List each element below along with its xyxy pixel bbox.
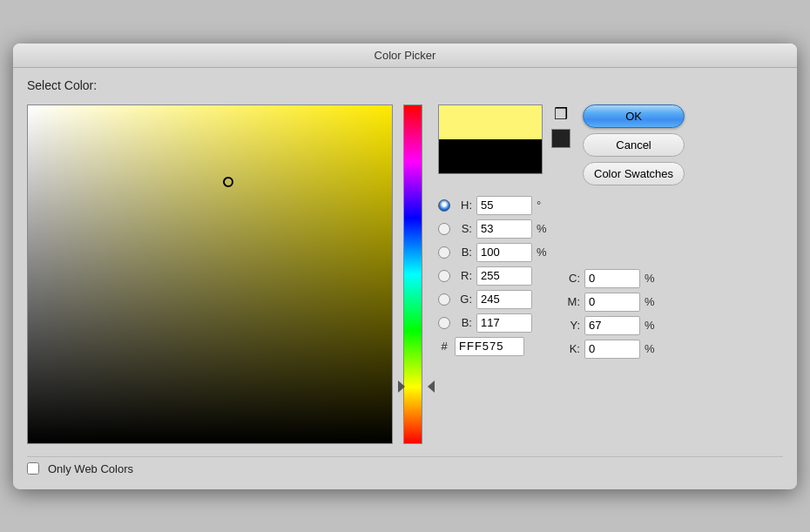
cancel-button[interactable]: Cancel: [583, 133, 685, 157]
c-field-row: C: %: [563, 269, 658, 288]
color-preview-old: [439, 139, 542, 173]
b-input[interactable]: [476, 243, 532, 262]
g-field-row: G:: [438, 290, 550, 309]
k-input[interactable]: [584, 340, 640, 359]
color-preview-row: ❒ OK Cancel Color Swatches: [438, 104, 783, 185]
color-field-bg: [28, 105, 392, 443]
s-radio[interactable]: [438, 223, 450, 235]
h-label: H:: [455, 199, 472, 212]
s-label: S:: [455, 222, 472, 235]
r-input[interactable]: [476, 266, 532, 286]
color-preview-stack: [438, 104, 543, 174]
y-field-row: Y: %: [563, 316, 658, 335]
b-radio[interactable]: [438, 246, 450, 259]
r-field-row: R:: [438, 266, 550, 286]
fields-right: C: % M: % Y:: [563, 269, 658, 359]
b2-radio[interactable]: [438, 317, 450, 329]
bottom-row: Only Web Colors: [27, 456, 783, 475]
b2-field-row: B:: [438, 313, 550, 333]
fields-section: H: ° S: %: [438, 196, 783, 359]
right-panel: ❒ OK Cancel Color Swatches: [438, 104, 783, 359]
b-unit: %: [537, 246, 550, 259]
dialog-body: Select Color:: [13, 68, 797, 489]
h-field-row: H: °: [438, 196, 550, 215]
m-unit: %: [645, 295, 658, 308]
y-input[interactable]: [584, 316, 640, 335]
b-field-row: B: %: [438, 243, 550, 262]
color-gradient-field[interactable]: [27, 104, 393, 444]
y-unit: %: [645, 319, 658, 332]
web-colors-label: Only Web Colors: [48, 462, 133, 475]
web-safe-cube-icon[interactable]: ❒: [551, 104, 570, 124]
k-field-row: K: %: [563, 340, 658, 359]
b2-label: B:: [455, 316, 472, 329]
color-field-wrap[interactable]: [27, 104, 393, 444]
b-label: B:: [455, 246, 472, 259]
hash-label: #: [438, 340, 450, 353]
ok-button[interactable]: OK: [583, 104, 685, 128]
select-color-label: Select Color:: [27, 78, 783, 92]
preview-side-icons: ❒: [551, 104, 570, 148]
r-radio[interactable]: [438, 270, 450, 282]
s-field-row: S: %: [438, 219, 550, 239]
main-row: ❒ OK Cancel Color Swatches: [27, 104, 783, 444]
hex-input[interactable]: [455, 337, 524, 356]
color-picker-dialog: Color Picker Select Color:: [13, 44, 797, 489]
h-input[interactable]: [476, 196, 532, 215]
k-unit: %: [645, 342, 658, 355]
s-input[interactable]: [476, 219, 532, 239]
k-label: K:: [563, 342, 580, 355]
g-label: G:: [455, 293, 472, 306]
color-swatch-small-icon[interactable]: [551, 129, 570, 148]
web-colors-checkbox[interactable]: [27, 462, 39, 475]
hue-slider[interactable]: [403, 104, 422, 444]
s-unit: %: [537, 222, 550, 235]
hex-field-row: #: [438, 337, 550, 356]
title-text: Color Picker: [375, 49, 436, 62]
dialog-title: Color Picker: [13, 44, 797, 68]
g-radio[interactable]: [438, 293, 450, 306]
m-label: M:: [563, 295, 580, 308]
m-field-row: M: %: [563, 293, 658, 312]
hue-arrow-right: [428, 380, 435, 393]
h-unit: °: [537, 199, 550, 212]
buttons-col: OK Cancel Color Swatches: [583, 104, 685, 185]
fields-left: H: ° S: %: [438, 196, 550, 359]
color-swatches-button[interactable]: Color Swatches: [583, 162, 685, 185]
hue-arrow-left: [398, 380, 405, 393]
hue-slider-wrap[interactable]: [403, 104, 428, 444]
g-input[interactable]: [476, 290, 532, 309]
y-label: Y:: [563, 319, 580, 332]
r-label: R:: [455, 269, 472, 282]
c-input[interactable]: [584, 269, 640, 288]
c-unit: %: [645, 272, 658, 285]
b2-input[interactable]: [476, 313, 532, 333]
color-preview-new: [439, 105, 542, 139]
h-radio[interactable]: [438, 199, 450, 212]
c-label: C:: [563, 272, 580, 285]
m-input[interactable]: [584, 293, 640, 312]
